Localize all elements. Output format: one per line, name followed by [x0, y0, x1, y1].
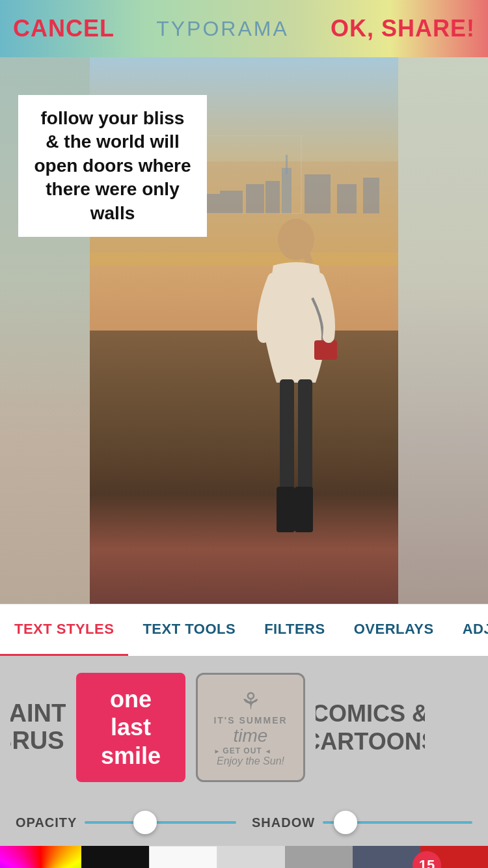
- app-title: TYPORAMA: [156, 17, 289, 41]
- text-overlay-box[interactable]: follow your bliss & the world will open …: [18, 95, 207, 237]
- opacity-label: OPACITY: [16, 815, 77, 830]
- shadow-thumb[interactable]: [334, 811, 357, 834]
- canvas-right-gutter: [398, 57, 488, 604]
- color-swatch-white[interactable]: [149, 846, 218, 868]
- svg-rect-14: [363, 178, 379, 213]
- canvas-area[interactable]: follow your bliss & the world will open …: [0, 57, 488, 604]
- tab-text-tools[interactable]: TEXT TOOLS: [128, 604, 250, 656]
- tab-filters[interactable]: FILTERS: [250, 604, 340, 656]
- color-swatch-light-gray[interactable]: [217, 846, 285, 868]
- opacity-track[interactable]: [85, 821, 236, 824]
- svg-rect-13: [337, 184, 357, 213]
- quote-text: follow your bliss & the world will open …: [33, 107, 193, 225]
- preset-summer[interactable]: ⚘ IT'S SUMMER time ► GET OUT ◄ Enjoy the…: [196, 673, 305, 782]
- color-palette: 15: [0, 846, 488, 868]
- preset-comics-label: COMICS &CARTOONS: [316, 699, 425, 755]
- color-swatch-mid-gray[interactable]: [285, 846, 353, 868]
- preset-paintbrush[interactable]: PAINTBRUSH: [10, 673, 66, 782]
- color-swatch-black[interactable]: [81, 846, 149, 868]
- tab-overlays[interactable]: OVERLAYS: [340, 604, 448, 656]
- cancel-button[interactable]: CANCEL: [13, 15, 115, 42]
- sliders-area: OPACITY SHADOW: [0, 799, 488, 846]
- presets-area: PAINTBRUSH onelastsmile ⚘ IT'S SUMMER ti…: [0, 656, 488, 799]
- shadow-slider-group: SHADOW: [252, 815, 472, 830]
- color-swatch-red[interactable]: 15: [420, 846, 488, 868]
- ok-share-button[interactable]: OK, SHARE!: [331, 15, 475, 42]
- svg-rect-21: [295, 487, 313, 532]
- tab-adjustments[interactable]: ADJUSTMENTS: [448, 604, 488, 656]
- svg-rect-12: [305, 174, 331, 213]
- tab-bar: TEXT STYLES TEXT TOOLS FILTERS OVERLAYS …: [0, 604, 488, 656]
- svg-rect-20: [277, 487, 295, 532]
- preset-comics[interactable]: COMICS &CARTOONS: [316, 673, 425, 782]
- opacity-thumb[interactable]: [133, 811, 157, 834]
- shadow-track[interactable]: [323, 821, 472, 824]
- top-bar: CANCEL TYPORAMA OK, SHARE!: [0, 0, 488, 57]
- svg-rect-18: [280, 379, 294, 496]
- preset-smile[interactable]: onelastsmile: [76, 673, 185, 782]
- svg-rect-19: [298, 379, 312, 496]
- svg-rect-17: [314, 340, 337, 360]
- color-swatch-dark-gray[interactable]: [353, 846, 420, 868]
- shadow-label: SHADOW: [252, 815, 315, 830]
- color-swatch-rainbow[interactable]: [0, 846, 81, 868]
- tab-text-styles[interactable]: TEXT STYLES: [0, 604, 128, 656]
- preset-paintbrush-label: PAINTBRUSH: [10, 700, 66, 755]
- opacity-slider-group: OPACITY: [16, 815, 236, 830]
- person-figure: [231, 213, 361, 539]
- preset-summer-content: ⚘ IT'S SUMMER time ► GET OUT ◄ Enjoy the…: [213, 688, 287, 767]
- preset-smile-label: onelastsmile: [101, 685, 161, 770]
